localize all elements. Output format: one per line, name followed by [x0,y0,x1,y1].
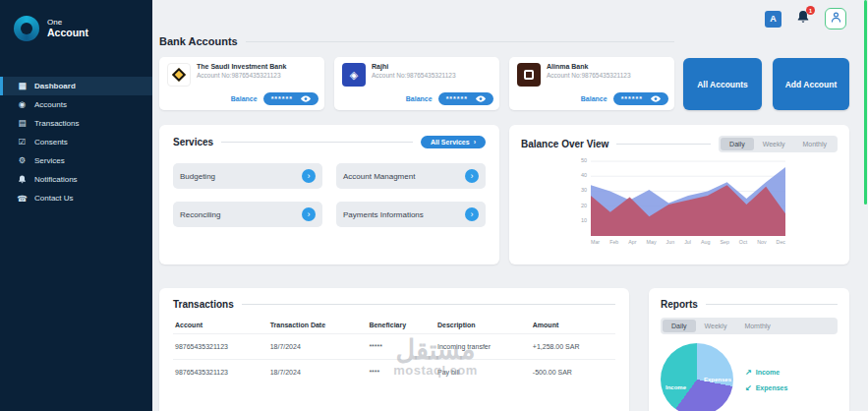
accounts-icon: ◉ [17,100,28,109]
consents-icon: ☑ [17,138,28,147]
translate-icon[interactable]: A [765,11,781,28]
account-number: Account No:98765435321123 [372,72,456,79]
sidebar-item-label: Contact Us [34,194,74,203]
service-item-account-management[interactable]: Account Managment › [336,163,486,189]
transactions-icon: ▤ [17,119,28,128]
chevron-right-icon[interactable]: › [465,207,479,221]
add-account-button[interactable]: Add Account [773,58,849,110]
sidebar-item-label: Dashboard [34,82,76,90]
chevron-right-icon: › [474,139,476,146]
divider [616,144,711,145]
eye-icon[interactable] [651,95,661,103]
divider [242,304,615,305]
sidebar-item-services[interactable]: ⚙ Services [0,151,152,170]
tab-weekly[interactable]: Weekly [754,138,794,150]
bank-name: Rajhi [372,63,456,70]
sidebar-item-consents[interactable]: ☑ Consents [0,133,152,151]
bell-icon [17,175,28,184]
balance-reveal[interactable]: ****** [613,92,668,105]
sidebar-item-dashboard[interactable]: ▦ Dashboard [0,77,152,95]
account-card-alinma: Alinma Bank Account No:98765435321123 Ba… [509,57,674,110]
service-item-budgeting[interactable]: Budgeting › [173,163,322,189]
col-beneficiary: Beneficiary [367,317,435,334]
divider [706,304,838,305]
col-description: Description [435,317,531,334]
scrollbar-thumb[interactable] [864,0,867,205]
eye-icon[interactable] [301,95,311,103]
topbar: A 1 [765,8,846,29]
service-item-reconciling[interactable]: Reconciling › [173,202,322,227]
account-number: Account No:98765435321123 [547,72,631,79]
notifications-button[interactable]: 1 [796,10,810,28]
pie-slice-label-expenses: Expenses [704,377,731,382]
col-amount: Amount [531,317,615,334]
cell-date: 18/7/2024 [268,334,368,360]
masked-balance: ****** [446,95,468,102]
trend-down-icon: ↙ [745,383,752,392]
table-row: 98765435321123 18/7/2024 ***** Incoming … [173,334,615,360]
saudi-investment-bank-logo [167,63,191,87]
all-services-button[interactable]: All Services › [421,136,486,148]
rajhi-bank-logo: ◈ [342,63,366,87]
sidebar-item-label: Notifications [34,175,78,184]
services-icon: ⚙ [17,156,28,165]
balance-label: Balance [581,95,608,102]
transactions-title: Transactions [173,299,234,310]
balance-overview-card: Balance Over View Daily Weekly Monthly 5… [509,125,849,264]
masked-balance: ****** [271,95,293,102]
chart-plot-area: 5040302010 [591,161,785,236]
sidebar-item-notifications[interactable]: Notifications [0,170,152,189]
cell-amount: -500.00 SAR [531,360,615,385]
sidebar-item-label: Services [34,156,65,165]
balance-reveal[interactable]: ****** [438,92,493,105]
balance-label: Balance [231,95,258,102]
logo-icon [14,16,39,41]
chart-x-axis: MarFebAprMayJunJulAugSepOctNovDec [591,239,785,245]
tab-weekly[interactable]: Weekly [696,320,736,332]
sidebar-item-accounts[interactable]: ◉ Accounts [0,95,152,114]
alinma-bank-logo [517,63,541,87]
profile-button[interactable] [825,8,846,29]
tab-daily[interactable]: Daily [721,138,754,150]
bank-accounts-title: Bank Accounts [159,35,238,47]
sidebar-item-contact-us[interactable]: ☎ Contact Us [0,189,152,207]
sidebar-menu: ▦ Dashboard ◉ Accounts ▤ Transactions ☑ … [0,77,152,207]
service-label: Reconciling [180,210,220,219]
eye-icon[interactable] [476,95,486,103]
legend-item-expenses: ↙ Expenses [745,383,787,392]
services-card: Services All Services › Budgeting › Acco… [159,125,499,264]
services-grid: Budgeting › Account Managment › Reconcil… [173,163,486,227]
balance-reveal[interactable]: ****** [263,92,318,105]
cell-date: 18/7/2024 [268,360,368,385]
chevron-right-icon[interactable]: › [302,169,316,183]
table-header-row: Account Transaction Date Beneficiary Des… [173,317,615,334]
legend-label: Income [756,369,781,376]
legend-item-income: ↗ Income [745,368,787,377]
cell-account: 98765435321123 [173,360,268,385]
phone-icon: ☎ [17,195,28,204]
balance-area-chart: 5040302010 MarFebAprMayJunJulAugSepOctNo… [573,161,785,245]
sidebar-item-label: Transactions [34,119,80,128]
tab-monthly[interactable]: Monthly [793,138,836,150]
area-chart-svg [591,161,785,236]
pie-slice-label-income: Income [665,384,686,390]
service-item-payments-informations[interactable]: Payments Informations › [336,202,486,227]
service-label: Account Managment [343,172,415,181]
all-accounts-button[interactable]: All Accounts [683,58,762,110]
col-account: Account [173,317,268,334]
sidebar-item-transactions[interactable]: ▤ Transactions [0,114,152,133]
service-label: Budgeting [180,172,215,181]
tab-daily[interactable]: Daily [663,320,696,332]
tab-monthly[interactable]: Momthly [735,320,779,332]
cell-description: Incoming transfer [435,334,531,360]
chevron-right-icon[interactable]: › [465,169,479,183]
balance-label: Balance [406,95,433,102]
divider [221,142,413,143]
chevron-right-icon[interactable]: › [302,207,316,221]
reports-title: Reports [661,299,698,310]
dashboard-icon: ▦ [17,82,28,90]
account-card-rajhi: ◈ Rajhi Account No:98765435321123 Balanc… [334,57,499,110]
bank-name: Alinma Bank [547,63,631,70]
table-row: 98765435321123 18/7/2024 **** Pay bill -… [173,360,615,385]
trend-up-icon: ↗ [745,368,752,377]
